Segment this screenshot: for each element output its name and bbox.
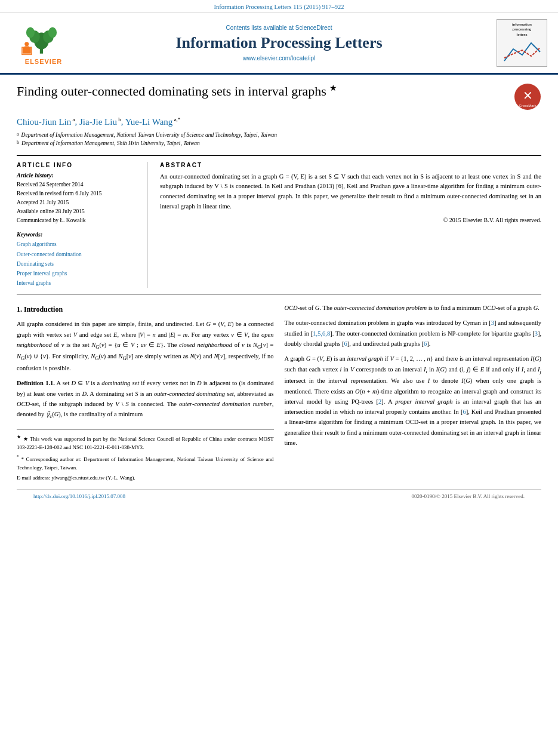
author2-sup: b [117, 116, 121, 122]
article-history-title: Article history: [17, 172, 135, 179]
body-right-col: OCD-set of G. The outer-connected domina… [285, 303, 542, 484]
authors-line: Chiou-Jiun Lin a, Jia-Jie Liu b, Yue-Li … [17, 116, 541, 127]
definition-title: Definition 1.1. [17, 380, 55, 386]
body-columns: 1. Introduction All graphs considered in… [17, 303, 541, 484]
available-date: Available online 28 July 2015 [17, 207, 135, 216]
author3: Yue-Li Wang [125, 117, 173, 127]
affiliation-a-sup: a [17, 131, 19, 139]
body-right-cont: OCD-set of G. The outer-connected domina… [285, 303, 542, 313]
ipl-logo: informationprocessingletters [497, 19, 547, 67]
journal-header: ELSEVIER Contents lists available at Sci… [0, 13, 558, 75]
sciencedirect-link[interactable]: ScienceDirect [295, 24, 332, 31]
body-right-para1: The outer-connected domination problem i… [285, 318, 542, 349]
affiliation-b-sup: b [17, 139, 19, 147]
page: Information Processing Letters 115 (2015… [0, 0, 558, 756]
author2: Jia-Jie Liu [79, 117, 117, 127]
keyword-1: Graph algorithms [17, 239, 135, 249]
crossmark-badge[interactable]: ✕ CrossMark [514, 83, 541, 110]
article-title: Finding outer-connected dominating sets … [17, 83, 504, 100]
keyword-5: Interval graphs [17, 278, 135, 288]
main-content: Finding outer-connected dominating sets … [0, 75, 558, 509]
footnote-3: E-mail address: ylwang@cs.ntust.edu.tw (… [17, 474, 274, 482]
footer-issn: 0020-0190/© 2015 Elsevier B.V. All right… [412, 493, 525, 499]
affiliations: a Department of Information Management, … [17, 131, 541, 148]
affiliation-b-text: Department of Information Management, Sh… [21, 139, 200, 147]
info-abstract-row: ARTICLE INFO Article history: Received 2… [17, 155, 541, 295]
keywords-section: Keywords: Graph algorithms Outer-connect… [17, 231, 135, 288]
footnote-2: * * Corresponding author at: Department … [17, 454, 274, 472]
elsevier-tree-icon [20, 21, 67, 57]
ocd-set-ref: OCD [285, 305, 298, 311]
keyword-3: Dominating sets [17, 259, 135, 269]
journal-title: Information Processing Letters [76, 33, 482, 52]
received-date: Received 24 September 2014 [17, 180, 135, 189]
communicated-by: Communicated by Ł. Kowalik [17, 216, 135, 225]
ipl-graph-icon [501, 37, 543, 64]
author1: Chiou-Jiun Lin [17, 117, 71, 127]
abstract-text: An outer-connected dominating set in a g… [160, 172, 541, 212]
author3-sup: a,* [172, 116, 180, 122]
footnote-section: ★ ★ This work was supported in part by t… [17, 429, 274, 483]
article-info-col: ARTICLE INFO Article history: Received 2… [17, 162, 148, 288]
svg-point-5 [26, 27, 35, 38]
footnote-1: ★ ★ This work was supported in part by t… [17, 434, 274, 452]
definition-block: Definition 1.1. A set D ⊆ V is a dominat… [17, 378, 274, 420]
footnote-asterisk: * [17, 454, 19, 460]
abstract-heading: ABSTRACT [160, 162, 541, 168]
body-right-para2: A graph G = (V, E) is an interval graph … [285, 354, 542, 448]
sciencedirect-text: Contents lists available at ScienceDirec… [76, 24, 482, 31]
svg-point-6 [48, 27, 57, 38]
elsevier-logo: ELSEVIER [11, 21, 76, 65]
svg-text:✕: ✕ [523, 89, 533, 102]
article-title-text: Finding outer-connected dominating sets … [17, 84, 326, 99]
body-para1: All graphs considered in this paper are … [17, 319, 274, 373]
keyword-4: Proper interval graphs [17, 269, 135, 278]
journal-header-center: Contents lists available at ScienceDirec… [76, 24, 482, 61]
section1-title: 1. Introduction [17, 304, 274, 315]
affiliation-a-text: Department of Information Management, Na… [21, 131, 277, 139]
keywords-heading: Keywords: [17, 231, 135, 238]
star-icon: ★ [329, 84, 337, 93]
journal-citation: Information Processing Letters 115 (2015… [214, 4, 344, 10]
revised-date: Received in revised form 6 July 2015 [17, 189, 135, 198]
article-title-section: Finding outer-connected dominating sets … [17, 83, 541, 113]
author1-sup: a [71, 116, 75, 122]
elsevier-label: ELSEVIER [25, 58, 62, 65]
crossmark-icon: ✕ CrossMark [514, 83, 541, 110]
affiliation-b: b Department of Information Management, … [17, 139, 541, 147]
accepted-date: Accepted 21 July 2015 [17, 198, 135, 207]
svg-point-7 [24, 42, 29, 46]
article-info-heading: ARTICLE INFO [17, 162, 135, 168]
abstract-col: ABSTRACT An outer-connected dominating s… [148, 162, 541, 288]
journal-header-right: informationprocessingletters [482, 19, 547, 67]
svg-text:CrossMark: CrossMark [519, 104, 537, 107]
abstract-copyright: © 2015 Elsevier B.V. All rights reserved… [160, 217, 541, 223]
footnote-star: ★ [17, 434, 21, 440]
journal-citation-bar: Information Processing Letters 115 (2015… [0, 0, 558, 13]
footer-bar: http://dx.doi.org/10.1016/j.ipl.2015.07.… [17, 489, 541, 503]
affiliation-a: a Department of Information Management, … [17, 131, 541, 139]
ipl-logo-text: informationprocessingletters [512, 22, 532, 37]
footer-doi[interactable]: http://dx.doi.org/10.1016/j.ipl.2015.07.… [33, 493, 125, 499]
journal-url[interactable]: www.elsevier.com/locate/ipl [76, 55, 482, 62]
keyword-2: Outer-connected domination [17, 250, 135, 259]
body-left-col: 1. Introduction All graphs considered in… [17, 303, 274, 484]
